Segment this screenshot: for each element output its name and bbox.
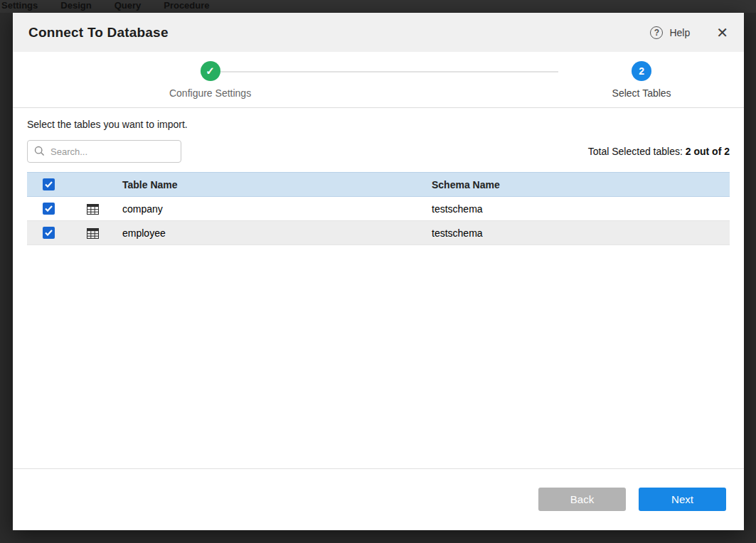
modal-footer: Back Next — [13, 468, 744, 530]
tables-grid: Table Name Schema Name — [27, 172, 730, 245]
modal-body: Select the tables you want to import. To… — [13, 108, 744, 468]
table-row[interactable]: employee testschema — [27, 221, 730, 245]
selection-summary-label: Total Selected tables: — [588, 146, 686, 157]
selection-summary-value: 2 out of 2 — [686, 146, 730, 157]
row-checkbox[interactable] — [43, 227, 55, 239]
modal-header: Connect To Database ? Help ✕ — [13, 13, 744, 52]
help-icon[interactable]: ? — [650, 26, 663, 39]
menu-item-design: Design — [60, 0, 91, 11]
column-header-table-name: Table Name — [115, 173, 425, 197]
help-label[interactable]: Help — [669, 27, 690, 38]
background-menubar: Settings Design Query Procedure — [0, 0, 756, 13]
table-name-cell: company — [115, 197, 425, 221]
search-icon — [34, 146, 45, 156]
step-label: Configure Settings — [169, 87, 251, 99]
step-select-tables: 2 Select Tables — [363, 61, 744, 99]
table-row[interactable]: company testschema — [27, 197, 730, 221]
menu-item-settings: Settings — [1, 0, 38, 11]
step-label: Select Tables — [612, 87, 671, 99]
check-icon — [45, 230, 53, 236]
back-button[interactable]: Back — [538, 488, 626, 511]
step-number: 2 — [639, 65, 644, 77]
selection-summary: Total Selected tables: 2 out of 2 — [588, 146, 730, 157]
check-icon — [45, 181, 53, 188]
table-icon — [87, 228, 99, 239]
schema-name-cell: testschema — [425, 221, 730, 245]
modal-title: Connect To Database — [28, 25, 169, 41]
close-icon[interactable]: ✕ — [716, 26, 728, 40]
step-complete-circle: ✓ — [201, 61, 220, 81]
step-active-circle: 2 — [632, 61, 651, 81]
schema-name-cell: testschema — [425, 197, 730, 221]
stepper: ✓ Configure Settings 2 Select Tables — [13, 52, 744, 108]
table-icon — [87, 204, 99, 215]
table-header-row: Table Name Schema Name — [27, 173, 730, 197]
row-checkbox[interactable] — [43, 203, 55, 215]
menu-item-query: Query — [115, 0, 142, 11]
step-configure-settings: ✓ Configure Settings — [13, 61, 378, 99]
stepper-connector-line — [220, 71, 559, 72]
table-name-cell: employee — [115, 221, 425, 245]
check-icon: ✓ — [206, 65, 215, 77]
search-box — [27, 140, 181, 163]
search-input[interactable] — [27, 140, 181, 163]
connect-database-modal: Connect To Database ? Help ✕ ✓ Configure… — [13, 13, 744, 530]
column-header-schema-name: Schema Name — [425, 173, 730, 197]
instruction-text: Select the tables you want to import. — [27, 119, 730, 130]
check-icon — [45, 205, 53, 212]
select-all-checkbox[interactable] — [43, 178, 55, 190]
next-button[interactable]: Next — [639, 488, 726, 511]
menu-item-procedure: Procedure — [164, 0, 209, 11]
